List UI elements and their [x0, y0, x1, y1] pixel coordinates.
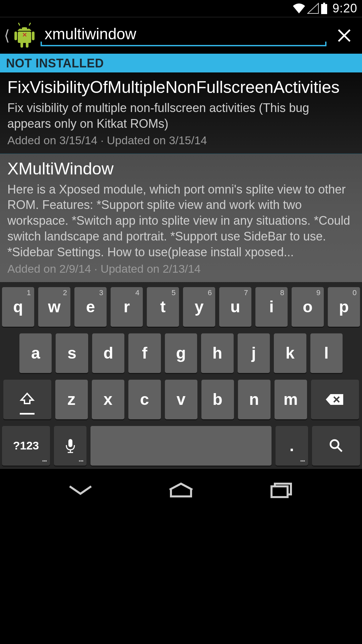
- svg-rect-1: [321, 4, 327, 14]
- shift-icon: [19, 391, 35, 408]
- shift-underline: [20, 413, 35, 415]
- home-icon: [168, 482, 194, 498]
- svg-rect-0: [323, 3, 325, 4]
- status-time: 9:20: [333, 1, 357, 15]
- key-m[interactable]: m: [275, 380, 307, 419]
- svg-point-4: [20, 28, 22, 29]
- result-title: XMultiWindow: [7, 159, 355, 179]
- result-description: Here is a Xposed module, which port omni…: [7, 182, 355, 260]
- svg-rect-7: [14, 32, 17, 40]
- key-symbols-label: ?123: [13, 439, 39, 452]
- key-p[interactable]: p0: [328, 287, 360, 327]
- key-s[interactable]: s: [56, 333, 88, 373]
- result-description: Fix visibility of multiple non-fullscree…: [7, 100, 355, 132]
- key-h[interactable]: h: [201, 333, 233, 373]
- backspace-icon: [325, 393, 345, 406]
- ellipsis-icon: ...: [300, 454, 305, 464]
- key-z[interactable]: z: [55, 380, 88, 419]
- svg-line-3: [29, 23, 31, 25]
- svg-rect-16: [68, 439, 72, 447]
- status-icons: [292, 3, 328, 14]
- svg-line-2: [18, 23, 20, 25]
- battery-icon: [320, 3, 328, 14]
- key-g[interactable]: g: [165, 333, 197, 373]
- keyboard-row-3: z x c v b n m: [2, 380, 360, 419]
- result-meta: Added on 3/15/14 · Updated on 3/15/14: [7, 134, 355, 147]
- result-meta: Added on 2/9/14 · Updated on 2/13/14: [7, 262, 355, 275]
- result-title: FixVisibilityOfMultipleNonFullscreenActi…: [7, 77, 355, 98]
- key-search[interactable]: [312, 426, 360, 466]
- keyboard-row-2: a s d f g h j k l: [2, 333, 360, 373]
- key-y[interactable]: y6: [183, 287, 215, 327]
- svg-line-20: [338, 447, 342, 451]
- search-field[interactable]: [41, 22, 326, 49]
- recents-icon: [269, 482, 294, 499]
- key-q[interactable]: q1: [2, 287, 34, 327]
- key-i[interactable]: i8: [255, 287, 288, 327]
- key-period[interactable]: . ...: [276, 426, 308, 466]
- search-icon: [328, 438, 344, 453]
- results-list: FixVisibilityOfMultipleNonFullscreenActi…: [0, 72, 362, 282]
- ellipsis-icon: ...: [42, 454, 47, 464]
- clear-search-button[interactable]: [329, 20, 359, 51]
- section-header-not-installed: NOT INSTALLED: [0, 55, 362, 72]
- key-b[interactable]: b: [201, 380, 234, 419]
- key-l[interactable]: l: [310, 333, 343, 373]
- microphone-icon: [65, 438, 76, 454]
- key-u[interactable]: u7: [219, 287, 251, 327]
- key-x[interactable]: x: [92, 380, 124, 419]
- navigation-bar: [0, 469, 362, 512]
- svg-rect-9: [20, 42, 23, 48]
- result-item[interactable]: XMultiWindow Here is a Xposed module, wh…: [0, 154, 362, 282]
- keyboard-row-4: ?123 ... ... . ...: [2, 426, 360, 466]
- soft-keyboard: q1 w2 e3 r4 t5 y6 u7 i8 o9 p0 a s d f g …: [0, 282, 362, 469]
- key-t[interactable]: t5: [147, 287, 179, 327]
- key-f[interactable]: f: [128, 333, 161, 373]
- svg-rect-21: [272, 486, 288, 497]
- wifi-icon: [292, 3, 306, 14]
- key-o[interactable]: o9: [292, 287, 324, 327]
- search-underline: [41, 45, 326, 46]
- key-w[interactable]: w2: [38, 287, 70, 327]
- svg-text:✕: ✕: [22, 32, 27, 38]
- key-r[interactable]: r4: [111, 287, 143, 327]
- back-chevron-icon[interactable]: ⟨: [2, 28, 10, 43]
- search-action-bar: ⟨ ✕: [0, 17, 362, 55]
- key-space[interactable]: [90, 426, 272, 466]
- key-period-label: .: [290, 436, 294, 455]
- close-icon: [337, 28, 352, 43]
- signal-icon: [307, 3, 319, 14]
- app-icon[interactable]: ✕: [13, 22, 36, 49]
- key-shift[interactable]: [3, 380, 51, 419]
- key-c[interactable]: c: [128, 380, 161, 419]
- svg-rect-10: [26, 42, 28, 48]
- key-a[interactable]: a: [19, 333, 52, 373]
- key-d[interactable]: d: [92, 333, 124, 373]
- key-n[interactable]: n: [238, 380, 270, 419]
- status-bar: 9:20: [0, 0, 362, 17]
- result-item[interactable]: FixVisibilityOfMultipleNonFullscreenActi…: [0, 72, 362, 154]
- key-e[interactable]: e3: [74, 287, 107, 327]
- key-j[interactable]: j: [238, 333, 270, 373]
- nav-home-button[interactable]: [161, 477, 201, 504]
- key-k[interactable]: k: [274, 333, 306, 373]
- key-backspace[interactable]: [311, 380, 359, 419]
- key-symbols[interactable]: ?123 ...: [2, 426, 50, 466]
- svg-rect-8: [32, 32, 35, 40]
- svg-point-19: [330, 440, 339, 448]
- chevron-down-icon: [67, 484, 94, 497]
- ellipsis-icon: ...: [78, 454, 83, 464]
- key-voice[interactable]: ...: [54, 426, 86, 466]
- key-v[interactable]: v: [165, 380, 197, 419]
- keyboard-row-1: q1 w2 e3 r4 t5 y6 u7 i8 o9 p0: [2, 287, 360, 327]
- nav-recents-button[interactable]: [261, 477, 302, 504]
- nav-back-button[interactable]: [60, 477, 101, 504]
- svg-point-5: [27, 28, 29, 29]
